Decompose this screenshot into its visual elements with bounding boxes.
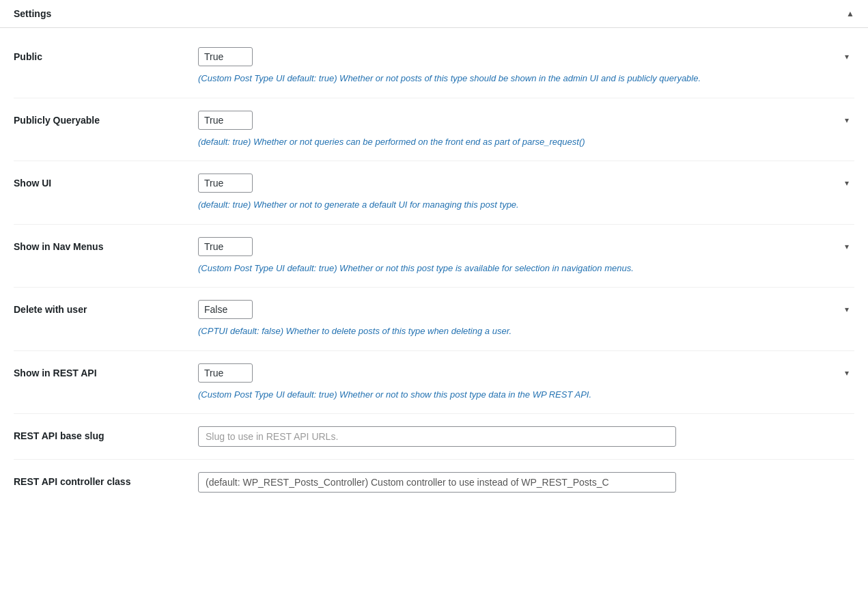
control-show-ui: TrueFalse(default: true) Whether or not …: [198, 174, 854, 212]
settings-header: Settings ▲: [0, 0, 868, 28]
control-show-in-nav-menus: TrueFalse(Custom Post Type UI default: t…: [198, 237, 854, 275]
collapse-arrow-icon[interactable]: ▲: [846, 9, 854, 18]
select-wrapper-public: TrueFalse: [198, 47, 854, 66]
description-show-in-nav-menus: (Custom Post Type UI default: true) Whet…: [198, 262, 813, 275]
settings-row-rest-api-base-slug: REST API base slug: [14, 414, 854, 460]
settings-body: PublicTrueFalse(Custom Post Type UI defa…: [0, 28, 868, 512]
description-delete-with-user: (CPTUI default: false) Whether to delete…: [198, 324, 813, 338]
description-public: (Custom Post Type UI default: true) Whet…: [198, 72, 813, 85]
settings-row-delete-with-user: Delete with userTrueFalse(CPTUI default:…: [14, 288, 854, 351]
select-wrapper-show-in-nav-menus: TrueFalse: [198, 237, 854, 256]
select-wrapper-show-ui: TrueFalse: [198, 174, 854, 193]
label-show-in-nav-menus: Show in Nav Menus: [14, 237, 198, 252]
input-rest-api-controller-class[interactable]: [198, 472, 676, 493]
label-rest-api-controller-class: REST API controller class: [14, 472, 198, 487]
settings-container: Settings ▲ PublicTrueFalse(Custom Post T…: [0, 0, 868, 595]
label-public: Public: [14, 47, 198, 62]
select-wrapper-publicly-queryable: TrueFalse: [198, 111, 854, 130]
label-show-in-rest-api: Show in REST API: [14, 363, 198, 378]
settings-row-public: PublicTrueFalse(Custom Post Type UI defa…: [14, 35, 854, 98]
settings-row-show-in-nav-menus: Show in Nav MenusTrueFalse(Custom Post T…: [14, 225, 854, 288]
settings-title: Settings: [14, 8, 51, 19]
settings-row-show-ui: Show UITrueFalse(default: true) Whether …: [14, 161, 854, 225]
description-show-in-rest-api: (Custom Post Type UI default: true) Whet…: [198, 388, 813, 402]
input-rest-api-base-slug[interactable]: [198, 426, 676, 447]
label-delete-with-user: Delete with user: [14, 300, 198, 315]
control-delete-with-user: TrueFalse(CPTUI default: false) Whether …: [198, 300, 854, 338]
control-rest-api-base-slug: [198, 426, 854, 447]
label-publicly-queryable: Publicly Queryable: [14, 111, 198, 126]
label-show-ui: Show UI: [14, 174, 198, 189]
select-show-ui[interactable]: TrueFalse: [198, 174, 253, 193]
description-show-ui: (default: true) Whether or not to genera…: [198, 198, 813, 212]
description-publicly-queryable: (default: true) Whether or not queries c…: [198, 135, 813, 149]
select-wrapper-show-in-rest-api: TrueFalse: [198, 363, 854, 383]
select-show-in-rest-api[interactable]: TrueFalse: [198, 363, 253, 383]
control-public: TrueFalse(Custom Post Type UI default: t…: [198, 47, 854, 85]
control-rest-api-controller-class: [198, 472, 854, 493]
select-publicly-queryable[interactable]: TrueFalse: [198, 111, 253, 130]
control-publicly-queryable: TrueFalse(default: true) Whether or not …: [198, 111, 854, 149]
settings-row-show-in-rest-api: Show in REST APITrueFalse(Custom Post Ty…: [14, 351, 854, 415]
select-delete-with-user[interactable]: TrueFalse: [198, 300, 253, 319]
settings-row-publicly-queryable: Publicly QueryableTrueFalse(default: tru…: [14, 98, 854, 162]
label-rest-api-base-slug: REST API base slug: [14, 426, 198, 441]
select-wrapper-delete-with-user: TrueFalse: [198, 300, 854, 319]
settings-row-rest-api-controller-class: REST API controller class: [14, 460, 854, 505]
control-show-in-rest-api: TrueFalse(Custom Post Type UI default: t…: [198, 363, 854, 402]
select-show-in-nav-menus[interactable]: TrueFalse: [198, 237, 253, 256]
select-public[interactable]: TrueFalse: [198, 47, 253, 66]
